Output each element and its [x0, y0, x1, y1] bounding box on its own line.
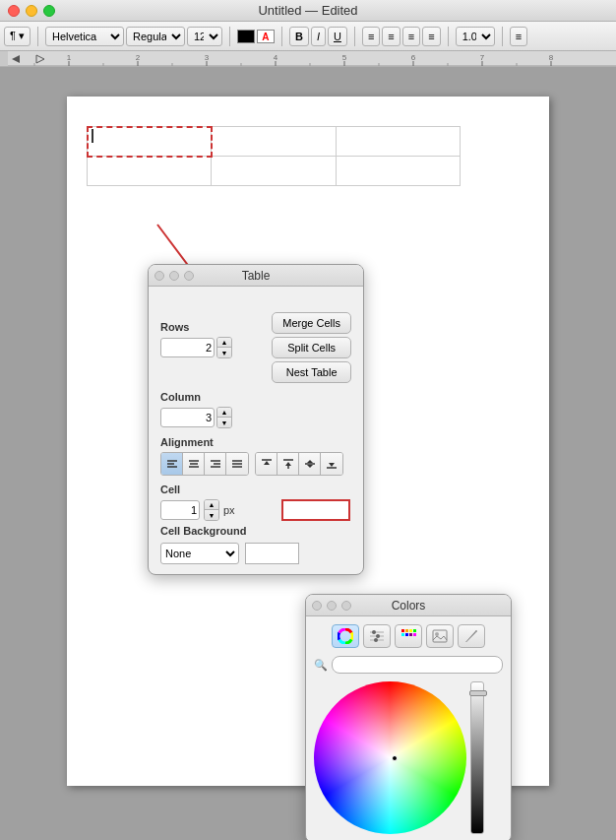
valign-bot-btn[interactable] — [321, 453, 342, 475]
valign-top2-btn[interactable] — [277, 453, 299, 475]
cell-section: Cell ▲ ▼ px — [160, 484, 351, 521]
svg-rect-25 — [0, 51, 8, 67]
cell-bg-select[interactable]: None — [160, 543, 239, 564]
align-center-button[interactable]: ≡ — [382, 27, 400, 46]
valign-mid-btn[interactable] — [299, 453, 321, 475]
svg-marker-48 — [307, 460, 313, 463]
paragraph-style-button[interactable]: ¶ ▾ — [4, 27, 31, 46]
toolbar-spacing-section: 1.0 — [456, 27, 495, 46]
dialog-title: Table — [242, 269, 271, 283]
colors-minimize[interactable] — [327, 601, 337, 611]
cell-background-section: Cell Background None — [160, 525, 351, 564]
table-dialog: Table Rows ▲ ▼ Merge Cells Spl — [148, 264, 364, 575]
cell-decrement[interactable]: ▼ — [205, 510, 218, 520]
text-color-box[interactable] — [237, 30, 255, 43]
color-wheel[interactable] — [314, 681, 466, 834]
nest-table-button[interactable]: Nest Table — [272, 361, 351, 383]
rows-input[interactable] — [160, 338, 215, 357]
align-justify-button[interactable]: ≡ — [422, 27, 440, 46]
search-icon: 🔍 — [314, 659, 328, 672]
cell-bg-color-box[interactable] — [245, 543, 299, 564]
table-cell[interactable] — [88, 157, 212, 186]
toolbar-sep-6 — [502, 27, 503, 46]
cell-increment[interactable]: ▲ — [205, 500, 218, 510]
align-justify-btn[interactable] — [226, 453, 248, 475]
rows-increment[interactable]: ▲ — [217, 338, 231, 348]
svg-rect-62 — [413, 629, 416, 632]
rows-decrement[interactable]: ▼ — [217, 348, 231, 357]
colors-title: Colors — [392, 599, 426, 613]
svg-marker-45 — [285, 462, 291, 466]
colors-search-input[interactable] — [332, 656, 503, 674]
table-cell[interactable] — [336, 127, 460, 157]
font-style-select[interactable]: Regular — [126, 27, 185, 46]
dialog-minimize[interactable] — [169, 271, 179, 281]
svg-text:6: 6 — [411, 53, 416, 62]
table-cell[interactable] — [336, 157, 460, 186]
align-right-button[interactable]: ≡ — [402, 27, 420, 46]
table-row — [88, 157, 461, 186]
table-cell-selected[interactable] — [88, 127, 212, 157]
minimize-button[interactable] — [26, 5, 37, 17]
toolbar-align-section: ≡ ≡ ≡ ≡ — [362, 27, 441, 46]
color-pencil-tab[interactable] — [458, 624, 485, 648]
split-cells-button[interactable]: Split Cells — [272, 337, 351, 358]
colors-close[interactable] — [312, 601, 322, 611]
text-color-a[interactable]: A — [257, 30, 275, 43]
color-wheel-container — [314, 681, 503, 834]
table-cell[interactable] — [212, 127, 336, 157]
cell-background-label: Cell Background — [160, 525, 351, 537]
halign-group — [160, 452, 249, 476]
italic-button[interactable]: I — [311, 27, 326, 46]
traffic-lights — [8, 5, 55, 17]
underline-button[interactable]: U — [328, 27, 347, 46]
column-increment[interactable]: ▲ — [217, 408, 231, 418]
line-spacing-select[interactable]: 1.0 — [456, 27, 495, 46]
cell-input[interactable] — [160, 500, 200, 520]
cell-row: ▲ ▼ px — [160, 499, 351, 521]
rows-stepper: ▲ ▼ — [216, 337, 232, 358]
svg-rect-61 — [409, 629, 412, 632]
rows-row: Rows ▲ ▼ Merge Cells Split Cells Nest Ta… — [160, 296, 351, 383]
align-left-btn[interactable] — [161, 453, 183, 475]
column-decrement[interactable]: ▼ — [217, 418, 231, 427]
svg-rect-63 — [401, 633, 404, 636]
svg-text:4: 4 — [274, 53, 278, 62]
align-center-btn[interactable] — [183, 453, 205, 475]
cell-color-picker[interactable] — [281, 499, 350, 521]
merge-cells-button[interactable]: Merge Cells — [272, 312, 351, 334]
svg-text:1: 1 — [67, 53, 72, 62]
font-size-select[interactable]: 12 — [187, 27, 222, 46]
colors-maximize[interactable] — [341, 601, 351, 611]
table-cell[interactable] — [212, 157, 336, 186]
valign-top-btn[interactable] — [256, 453, 277, 475]
dialog-close[interactable] — [154, 271, 164, 281]
brightness-slider[interactable] — [470, 681, 484, 834]
toolbar-color-section: A — [237, 30, 275, 43]
color-image-tab[interactable] — [426, 624, 454, 648]
column-input[interactable] — [160, 408, 215, 427]
dialog-maximize[interactable] — [184, 271, 194, 281]
document-table[interactable] — [87, 126, 461, 186]
color-sliders-tab[interactable] — [363, 624, 391, 648]
color-palette-tab[interactable] — [395, 624, 422, 648]
table-row — [88, 127, 461, 157]
cell-unit: px — [223, 504, 277, 516]
alignment-label: Alignment — [160, 436, 351, 448]
brightness-handle[interactable] — [469, 690, 487, 696]
align-left-button[interactable]: ≡ — [362, 27, 380, 46]
colors-dialog: Colors — [305, 594, 512, 840]
close-button[interactable] — [8, 5, 20, 17]
color-wheel-tab[interactable] — [332, 624, 359, 648]
content-area: Table Rows ▲ ▼ Merge Cells Spl — [0, 67, 616, 840]
align-right-btn[interactable] — [205, 453, 226, 475]
maximize-button[interactable] — [43, 5, 55, 17]
list-button[interactable]: ≡ — [510, 27, 527, 46]
column-label: Column — [160, 391, 351, 403]
svg-text:5: 5 — [342, 53, 347, 62]
column-stepper: ▲ ▼ — [216, 407, 232, 428]
svg-marker-26 — [12, 55, 20, 63]
bold-button[interactable]: B — [289, 27, 309, 46]
font-family-select[interactable]: Helvetica — [45, 27, 124, 46]
cell-label: Cell — [160, 484, 351, 495]
